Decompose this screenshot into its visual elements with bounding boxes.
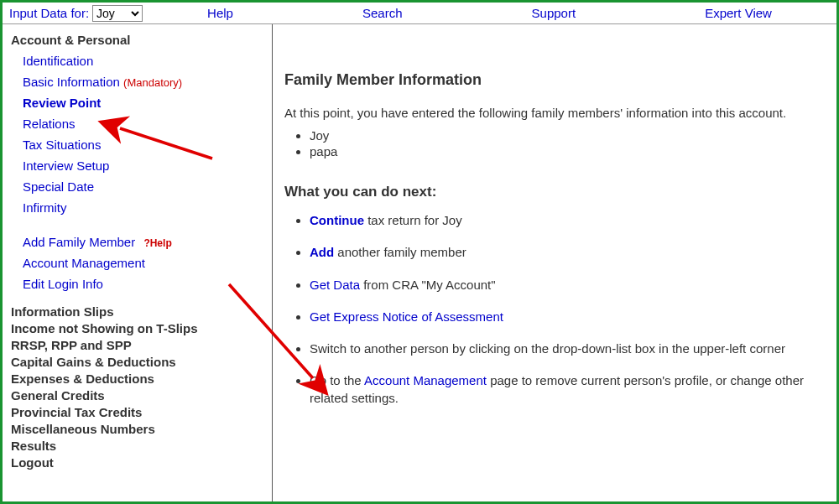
section-results[interactable]: Results — [11, 439, 267, 453]
top-bar: Input Data for: Joy Help Search Support … — [3, 3, 836, 24]
continue-link[interactable]: Continue — [310, 213, 364, 227]
family-member: papa — [310, 144, 830, 158]
family-list: Joy papa — [310, 128, 830, 158]
section-income-not-tslips[interactable]: Income not Showing on T-Slips — [11, 321, 267, 335]
section-account-personal[interactable]: Account & Personal — [11, 33, 267, 47]
sidebar-item-basic-information[interactable]: Basic Information (Mandatory) — [23, 71, 267, 92]
sidebar-item-edit-login-info[interactable]: Edit Login Info — [23, 273, 267, 294]
nav-search[interactable]: Search — [362, 6, 403, 20]
intro-text: At this point, you have entered the foll… — [284, 106, 830, 120]
sidebar-item-relations[interactable]: Relations — [23, 113, 267, 134]
action-add: Add another family member — [310, 244, 830, 261]
nav-help[interactable]: Help — [207, 6, 233, 20]
action-account-mgmt: Go to the Account Management page to rem… — [310, 372, 830, 407]
sidebar-item-tax-situations[interactable]: Tax Situations — [23, 134, 267, 155]
section-expenses[interactable]: Expenses & Deductions — [11, 372, 267, 386]
action-get-data: Get Data from CRA "My Account" — [310, 277, 830, 294]
section-provincial-credits[interactable]: Provincial Tax Credits — [11, 405, 267, 419]
sidebar-item-identification[interactable]: Identification — [23, 50, 267, 71]
family-member: Joy — [310, 128, 830, 143]
sidebar-item-special-date[interactable]: Special Date — [23, 176, 267, 197]
sidebar-item-infirmity[interactable]: Infirmity — [23, 197, 267, 218]
help-icon[interactable]: ?Help — [143, 237, 171, 249]
sidebar-item-add-family-member[interactable]: Add Family Member ?Help — [23, 231, 267, 252]
person-select[interactable]: Joy — [92, 5, 143, 22]
section-logout[interactable]: Logout — [11, 455, 267, 470]
nav-support[interactable]: Support — [532, 6, 576, 20]
action-get-noa: Get Express Notice of Assessment — [310, 309, 830, 325]
sidebar: Account & Personal Identification Basic … — [3, 24, 273, 501]
section-rrsp[interactable]: RRSP, RPP and SPP — [11, 338, 267, 352]
get-noa-link[interactable]: Get Express Notice of Assessment — [310, 309, 503, 324]
sidebar-item-account-management[interactable]: Account Management — [23, 252, 267, 273]
section-general-credits[interactable]: General Credits — [11, 388, 267, 403]
sidebar-item-interview-setup[interactable]: Interview Setup — [23, 155, 267, 176]
add-link[interactable]: Add — [310, 245, 334, 259]
sidebar-item-review-point[interactable]: Review Point — [23, 92, 267, 113]
action-switch-person: Switch to another person by clicking on … — [310, 340, 830, 357]
page-title: Family Member Information — [284, 71, 830, 89]
section-information-slips[interactable]: Information Slips — [11, 304, 267, 319]
subtitle: What you can do next: — [284, 184, 830, 200]
main-content: Family Member Information At this point,… — [273, 24, 836, 501]
nav-expert-view[interactable]: Expert View — [705, 6, 772, 20]
top-nav: Help Search Support Expert View — [143, 6, 836, 20]
mandatory-tag: (Mandatory) — [123, 76, 182, 89]
get-data-link[interactable]: Get Data — [310, 278, 360, 292]
input-data-label: Input Data for: — [3, 6, 92, 20]
section-capital-gains[interactable]: Capital Gains & Deductions — [11, 355, 267, 369]
account-management-link[interactable]: Account Management — [364, 373, 487, 387]
actions-list: Continue tax return for Joy Add another … — [310, 212, 830, 407]
action-continue: Continue tax return for Joy — [310, 212, 830, 229]
section-misc-numbers[interactable]: Miscellaneous Numbers — [11, 422, 267, 436]
